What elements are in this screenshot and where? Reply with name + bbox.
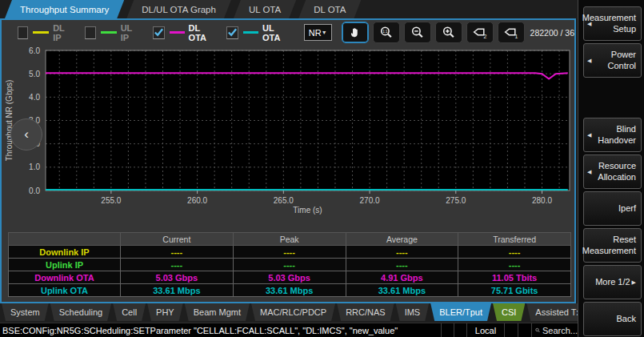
svg-text:255.0: 255.0: [101, 196, 121, 205]
zoom-out-button[interactable]: [404, 22, 431, 43]
check-icon: [154, 27, 164, 38]
tab-csi[interactable]: CSI: [493, 303, 525, 321]
blind-handover-button[interactable]: ◀ Blind Handover: [583, 118, 642, 152]
legend-ul-ota[interactable]: UL OTA: [226, 23, 286, 42]
tab-label: UL OTA: [249, 5, 281, 14]
column-header-transferred: Transferred: [458, 233, 571, 246]
throughput-chart[interactable]: 0.01.02.03.04.05.06.0255.0260.0265.0270.…: [2, 45, 574, 231]
marker-1-icon: 1: [503, 26, 518, 39]
collapse-panel-button[interactable]: ‹: [10, 118, 42, 150]
zoom-out-icon: [410, 26, 425, 39]
svg-text:280.0: 280.0: [532, 196, 552, 205]
svg-text:5.0: 5.0: [29, 70, 40, 78]
column-header-peak: Peak: [233, 233, 346, 246]
arrow-right-icon: ▶: [632, 279, 636, 286]
svg-text:275.0: 275.0: [446, 196, 466, 205]
legend-ul-ip[interactable]: UL IP: [85, 23, 138, 42]
cell-transferred: ----: [458, 259, 571, 271]
check-icon: [227, 27, 238, 38]
softkey-label: Reset Measurement: [582, 235, 636, 257]
svg-text:260.0: 260.0: [187, 196, 207, 205]
throughput-summary-window: Throughput Summary DL/UL OTA Graph UL OT…: [0, 0, 644, 337]
svg-text:Throughput NR (Gbps): Throughput NR (Gbps): [5, 80, 14, 162]
tab-ul-ota[interactable]: UL OTA: [234, 0, 296, 18]
tab-cell[interactable]: Cell: [113, 303, 146, 321]
measurement-setup-button[interactable]: ◀ Measurement Setup: [583, 6, 642, 41]
category-tab-bar: System Scheduling Cell PHY Beam Mgmt MAC…: [0, 303, 578, 323]
cell-average: 33.61 Mbps: [346, 284, 458, 297]
arrow-left-icon: ◀: [587, 58, 591, 64]
dl-ip-color-swatch: [33, 31, 49, 34]
column-header-current: Current: [121, 233, 234, 246]
svg-text:6.0: 6.0: [29, 46, 40, 55]
softkey-label: Power Control: [594, 50, 636, 72]
more-pages-button[interactable]: More 1/2 ▶: [583, 265, 642, 299]
tab-mac-rlc-pdcp[interactable]: MAC/RLC/PDCP: [251, 303, 335, 321]
cell-peak: ----: [233, 246, 346, 259]
tab-dl-ul-ota-graph[interactable]: DL/UL OTA Graph: [126, 0, 231, 18]
tab-throughput-summary[interactable]: Throughput Summary: [5, 0, 124, 18]
legend-label: DL OTA: [189, 23, 213, 42]
back-button[interactable]: Back: [583, 302, 642, 336]
row-label: Downlink OTA: [9, 271, 121, 284]
legend-label: UL IP: [121, 23, 138, 42]
technology-dropdown[interactable]: NR ▼: [304, 24, 332, 41]
hand-icon: [348, 26, 362, 39]
arrow-left-icon: ◀: [587, 21, 591, 27]
tab-scheduling[interactable]: Scheduling: [50, 303, 111, 321]
ul-ip-color-swatch: [101, 31, 117, 34]
svg-text:2: 2: [484, 34, 487, 39]
softkey-spacer: [583, 80, 642, 118]
tab-bler-tput[interactable]: BLER/Tput: [430, 303, 491, 321]
legend-label: DL IP: [53, 23, 70, 42]
svg-text:Time (s): Time (s): [293, 206, 322, 215]
tab-phy[interactable]: PHY: [147, 303, 183, 321]
status-cell: [454, 323, 466, 337]
dl-ip-checkbox[interactable]: [18, 26, 28, 39]
tab-beam-mgmt[interactable]: Beam Mgmt: [185, 303, 250, 321]
zoom-in-button[interactable]: [435, 22, 462, 43]
tab-system[interactable]: System: [2, 303, 49, 321]
legend-dl-ip[interactable]: DL IP: [18, 23, 70, 42]
ul-ota-color-swatch: [243, 31, 258, 34]
search-label: Search...: [542, 326, 578, 335]
status-bar: BSE:CONFig:NR5G:SCHeduling:SETParameter …: [0, 323, 578, 337]
row-label: Uplink OTA: [9, 284, 121, 297]
arrow-left-icon: ◀: [587, 169, 591, 175]
tab-label: Throughput Summary: [20, 5, 109, 14]
zoom-reset-button[interactable]: 1:1: [373, 22, 400, 43]
cell-current: ----: [121, 246, 234, 259]
softkey-label: Iperf: [618, 203, 636, 215]
tab-rrc-nas[interactable]: RRC/NAS: [337, 303, 394, 321]
iperf-button[interactable]: Iperf: [583, 191, 642, 226]
table-row-downlink-ip: Downlink IP ---- ---- ---- ----: [9, 246, 571, 259]
column-header: [9, 233, 121, 246]
row-label: Downlink IP: [9, 246, 121, 259]
legend-dl-ota[interactable]: DL OTA: [153, 23, 212, 42]
ul-ip-checkbox[interactable]: [85, 26, 95, 39]
cell-current: ----: [121, 259, 234, 271]
svg-text:0.0: 0.0: [29, 187, 40, 195]
power-control-button[interactable]: ◀ Power Control: [583, 43, 642, 78]
search-box[interactable]: Search...: [531, 323, 578, 337]
tab-label: DL OTA: [314, 5, 346, 14]
svg-text:4.0: 4.0: [29, 93, 40, 102]
svg-text:1:1: 1:1: [382, 30, 388, 34]
softkey-label: Resource Allocation: [594, 161, 636, 183]
reset-measurement-button[interactable]: Reset Measurement: [583, 228, 642, 263]
tab-dl-ota[interactable]: DL OTA: [298, 0, 361, 18]
ul-ota-checkbox[interactable]: [226, 26, 238, 39]
throughput-results-table: Current Peak Average Transferred Downlin…: [8, 232, 571, 297]
marker-1-button[interactable]: 1: [498, 22, 525, 43]
arrow-left-icon: ◀: [587, 132, 591, 138]
marker-2-button[interactable]: 2: [466, 22, 494, 43]
tab-ims[interactable]: IMS: [396, 303, 430, 321]
throughput-chart-svg[interactable]: 0.01.02.03.04.05.06.0255.0260.0265.0270.…: [2, 45, 574, 231]
softkey-label: Blind Handover: [594, 124, 636, 146]
table-header-row: Current Peak Average Transferred: [9, 233, 571, 246]
dl-ota-checkbox[interactable]: [153, 26, 165, 39]
softkey-label: Back: [617, 314, 636, 325]
softkey-panel: ◀ Measurement Setup ◀ Power Control ◀ Bl…: [578, 0, 644, 337]
resource-allocation-button[interactable]: ◀ Resource Allocation: [583, 154, 642, 189]
pan-tool-button[interactable]: [342, 22, 369, 43]
